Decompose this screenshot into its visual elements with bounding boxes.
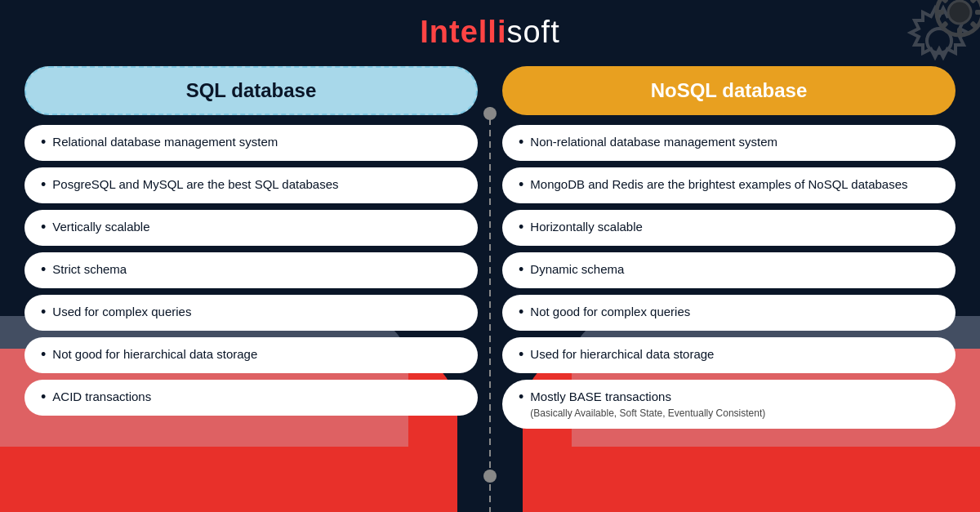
item-text: Not good for hierarchical data storage — [52, 345, 257, 363]
item-text: Mostly BASE transactions (Basically Avai… — [530, 388, 765, 421]
bullet-icon: • — [41, 304, 46, 321]
sql-column: SQL database • Relational database manag… — [24, 66, 478, 416]
bullet-icon: • — [519, 389, 523, 406]
comparison-content: SQL database • Relational database manag… — [0, 58, 980, 483]
bullet-icon: • — [41, 346, 46, 363]
bullet-icon: • — [519, 176, 523, 194]
item-text: Strict schema — [52, 260, 127, 278]
list-item: • MongoDB and Redis are the brightest ex… — [502, 167, 956, 203]
list-item: • PosgreSQL and MySQL are the best SQL d… — [24, 167, 478, 203]
brand-soft: soft — [506, 15, 559, 49]
list-item: • Not good for hierarchical data storage — [24, 337, 478, 373]
brand-title: Intellisoft — [420, 15, 559, 49]
bullet-icon: • — [41, 261, 46, 278]
list-item: • Used for complex queries — [24, 295, 478, 331]
divider-dot-top — [483, 107, 497, 120]
item-text: PosgreSQL and MySQL are the best SQL dat… — [52, 176, 338, 193]
list-item: • Strict schema — [24, 252, 478, 288]
nosql-header: NoSQL database — [502, 66, 956, 115]
list-item: • ACID transactions — [24, 380, 478, 416]
sql-header: SQL database — [24, 66, 478, 115]
bullet-icon: • — [519, 304, 523, 321]
brand-intelli: Intelli — [420, 15, 506, 49]
bullet-icon: • — [519, 261, 523, 278]
bullet-icon: • — [41, 389, 46, 406]
list-item: • Dynamic schema — [502, 252, 956, 288]
item-text: Relational database management system — [52, 133, 278, 150]
header: Intellisoft — [0, 0, 980, 58]
item-text: Vertically scalable — [52, 218, 149, 235]
list-item: • Used for hierarchical data storage — [502, 337, 956, 373]
item-text: Used for complex queries — [52, 303, 191, 320]
divider-dot-bottom — [483, 470, 497, 483]
bullet-icon: • — [519, 219, 523, 236]
item-text: MongoDB and Redis are the brightest exam… — [530, 176, 907, 193]
bullet-icon: • — [41, 176, 46, 194]
bullet-icon: • — [41, 219, 46, 236]
item-subtext: (Basically Available, Soft State, Eventu… — [530, 407, 765, 421]
center-divider — [478, 66, 502, 483]
nosql-column: NoSQL database • Non-relational database… — [502, 66, 956, 429]
list-item: • Not good for complex queries — [502, 295, 956, 331]
list-item: • Horizontally scalable — [502, 210, 956, 246]
list-item: • Vertically scalable — [24, 210, 478, 246]
list-item: • Non-relational database management sys… — [502, 125, 956, 161]
item-text: Horizontally scalable — [530, 218, 643, 235]
bullet-icon: • — [519, 346, 523, 363]
item-text: Non-relational database management syste… — [530, 133, 777, 150]
item-text: Used for hierarchical data storage — [530, 345, 714, 363]
bullet-icon: • — [41, 134, 46, 151]
item-text: Not good for complex queries — [530, 303, 690, 320]
item-text: Dynamic schema — [530, 260, 624, 278]
bullet-icon: • — [519, 134, 523, 151]
list-item: • Mostly BASE transactions (Basically Av… — [502, 380, 956, 429]
item-text: ACID transactions — [52, 388, 151, 405]
list-item: • Relational database management system — [24, 125, 478, 161]
divider-line — [489, 107, 491, 512]
